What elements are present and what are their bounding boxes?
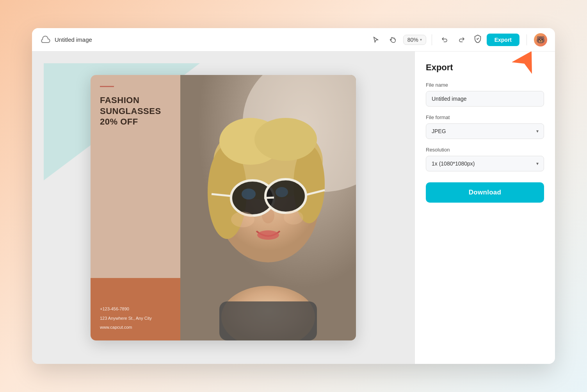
svg-point-10 <box>254 118 317 161</box>
zoom-control[interactable]: 80% ▾ <box>403 35 426 45</box>
toolbar: Untitled image 80% ▾ <box>32 28 555 52</box>
export-panel: Export File name File format JPEG PNG We… <box>414 52 555 364</box>
toolbar-right-divider <box>527 34 527 45</box>
file-format-wrapper: JPEG PNG WebP PDF ▾ <box>426 123 544 139</box>
main-area: FASHION SUNGLASSES 20% OFF +123-456-7890… <box>32 52 555 364</box>
export-button[interactable]: Export <box>487 34 519 46</box>
toolbar-center: 80% ▾ <box>369 33 469 47</box>
card-left-top: FASHION SUNGLASSES 20% OFF <box>91 75 180 278</box>
card-phone: +123-456-7890 <box>100 306 171 313</box>
select-tool-button[interactable] <box>369 33 383 47</box>
avatar-emoji: 🐻 <box>536 36 545 44</box>
card-left: FASHION SUNGLASSES 20% OFF +123-456-7890… <box>91 75 180 340</box>
svg-line-17 <box>264 198 274 198</box>
hand-tool-button[interactable] <box>386 33 400 47</box>
card-left-bottom: +123-456-7890 123 Anywhere St., Any City… <box>91 278 180 340</box>
file-name-input[interactable] <box>426 91 544 107</box>
redo-icon <box>458 36 465 43</box>
undo-button[interactable] <box>438 33 452 47</box>
toolbar-divider <box>432 34 432 45</box>
zoom-chevron-icon: ▾ <box>420 37 422 42</box>
resolution-select[interactable]: 1x (1080*1080px) 2x (2160*2160px) 0.5x (… <box>426 156 544 171</box>
svg-marker-24 <box>512 52 539 74</box>
zoom-value: 80% <box>407 37 418 43</box>
file-format-label: File format <box>426 114 544 120</box>
avatar[interactable]: 🐻 <box>534 33 547 46</box>
shield-icon <box>473 34 482 45</box>
card-headline: FASHION SUNGLASSES 20% OFF <box>100 95 171 127</box>
card-photo <box>180 75 356 340</box>
svg-point-22 <box>231 212 254 227</box>
design-card: FASHION SUNGLASSES 20% OFF +123-456-7890… <box>91 75 356 340</box>
cloud-icon <box>40 34 51 45</box>
card-accent-line <box>100 86 114 87</box>
card-address: 123 Anywhere St., Any City <box>100 315 171 322</box>
card-website: www.capcut.com <box>100 324 171 331</box>
svg-rect-4 <box>219 301 317 340</box>
doc-title: Untitled image <box>55 36 92 43</box>
toolbar-left: Untitled image <box>40 34 364 45</box>
resolution-wrapper: 1x (1080*1080px) 2x (2160*2160px) 0.5x (… <box>426 156 544 171</box>
svg-point-20 <box>242 189 256 200</box>
arrow-decorator <box>512 52 539 77</box>
app-window: Untitled image 80% ▾ <box>32 28 555 364</box>
resolution-label: Resolution <box>426 147 544 153</box>
toolbar-right: Export 🐻 <box>473 33 547 46</box>
cursor-icon <box>372 36 379 43</box>
file-name-label: File name <box>426 82 544 88</box>
redo-button[interactable] <box>455 33 469 47</box>
photo-svg <box>180 75 356 340</box>
svg-point-21 <box>276 187 288 197</box>
svg-point-23 <box>284 210 303 225</box>
orange-arrow-icon <box>512 52 539 75</box>
svg-point-12 <box>257 230 279 240</box>
download-button[interactable]: Download <box>426 182 544 203</box>
hand-icon <box>390 36 397 43</box>
undo-icon <box>441 36 448 43</box>
file-format-select[interactable]: JPEG PNG WebP PDF <box>426 123 544 139</box>
canvas-area: FASHION SUNGLASSES 20% OFF +123-456-7890… <box>32 52 414 364</box>
